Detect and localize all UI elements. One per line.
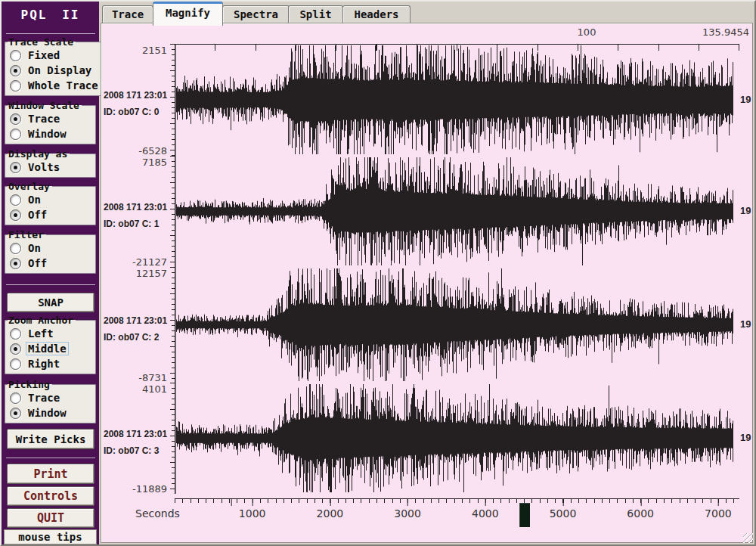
mouse-tips[interactable]: mouse tips [4, 529, 97, 544]
resize-grip[interactable] [743, 533, 753, 543]
radio-icon[interactable] [10, 113, 21, 125]
trace-right-label: 19 [740, 432, 752, 443]
group-label: Overlay [8, 181, 52, 192]
top-axis-end-label: 135.9454 [702, 26, 749, 38]
waveform-canvas-trace-0[interactable] [169, 44, 739, 156]
radio-picking-trace[interactable]: Trace [7, 390, 94, 405]
trace-right-label: 19 [740, 205, 752, 216]
radio-fixed[interactable]: Fixed [7, 48, 100, 63]
radio-on-display[interactable]: On Display [7, 63, 100, 78]
trace-scale-max: 4101 [101, 383, 167, 395]
trace-scale-max: 7185 [101, 157, 167, 168]
separator [6, 33, 95, 34]
bottom-axis-tick-label: 3000 [394, 507, 421, 520]
radio-overlay-on[interactable]: On [7, 192, 94, 207]
radio-anchor-left[interactable]: Left [7, 326, 94, 341]
quit-button[interactable]: QUIT [7, 508, 94, 528]
group-label: Picking [8, 379, 52, 390]
tab-split[interactable]: Split [288, 5, 343, 23]
group-label: Display as [8, 148, 70, 160]
radio-icon[interactable] [10, 243, 21, 254]
separator [6, 458, 95, 458]
position-marker[interactable] [519, 503, 530, 527]
trace-channel-id: ID: ob07 C: 2 [104, 329, 172, 346]
trace-scale-max: 2151 [101, 45, 167, 56]
tab-magnify[interactable]: Magnify [153, 2, 223, 26]
trace-label: 2008 171 23:01 ID: ob07 C: 0 [104, 87, 172, 120]
radio-filter-off[interactable]: Off [7, 256, 94, 271]
waveform-canvas-trace-1[interactable] [169, 156, 739, 267]
trace-timestamp: 2008 171 23:01 [104, 199, 172, 216]
group-label: Filter [8, 229, 46, 240]
app-title: PQL II [2, 8, 99, 22]
group-display-as: Display as Volts [5, 148, 96, 178]
trace-scale-min: -8731 [101, 372, 167, 383]
trace-channel-id: ID: ob07 C: 1 [104, 216, 172, 232]
radio-icon[interactable] [10, 392, 21, 404]
radio-icon[interactable] [10, 358, 21, 370]
radio-volts[interactable]: Volts [7, 160, 94, 175]
trace-timestamp: 2008 171 23:01 [104, 312, 172, 329]
radio-overlay-off[interactable]: Off [7, 207, 94, 222]
trace-scale-min: -6528 [101, 145, 167, 157]
app-window: PQL II Trace Scale Fixed On Display Whol… [0, 0, 756, 546]
write-picks-button[interactable]: Write Picks [7, 429, 94, 449]
sidebar: PQL II Trace Scale Fixed On Display Whol… [2, 2, 99, 544]
group-label: Trace Scale [8, 36, 76, 48]
trace-label: 2008 171 23:01 ID: ob07 C: 2 [104, 312, 172, 346]
print-button[interactable]: Print [7, 464, 94, 484]
trace-right-label: 19 [740, 318, 752, 330]
radio-filter-on[interactable]: On [7, 240, 94, 256]
trace-timestamp: 2008 171 23:01 [104, 87, 172, 104]
tab-headers[interactable]: Headers [342, 5, 411, 23]
trace-right-label: 19 [740, 94, 752, 105]
bottom-ruler-major-ticks [175, 499, 739, 506]
radio-anchor-right[interactable]: Right [7, 356, 94, 371]
waveform-canvas-trace-2[interactable] [169, 267, 739, 383]
group-trace-scale: Trace Scale Fixed On Display Whole Trace [5, 36, 102, 96]
radio-icon[interactable] [10, 258, 21, 269]
radio-icon[interactable] [10, 194, 21, 206]
waveform-canvas-trace-3[interactable] [169, 383, 739, 494]
trace-channel-id: ID: ob07 C: 0 [104, 104, 172, 120]
group-picking: Picking Trace Window [5, 379, 96, 423]
controls-button[interactable]: Controls [7, 486, 94, 506]
group-label: Window Scale [8, 100, 82, 111]
bottom-axis-tick-label: 5000 [550, 507, 577, 520]
radio-icon[interactable] [10, 129, 21, 140]
bottom-axis-tick-label: 4000 [472, 507, 499, 520]
radio-ws-window[interactable]: Window [7, 126, 94, 141]
radio-ws-trace[interactable]: Trace [7, 111, 94, 126]
display-panel: 100 135.9454 2151 -6528 2008 171 23:01 I… [101, 23, 753, 543]
trace-label: 2008 171 23:01 ID: ob07 C: 3 [104, 426, 172, 459]
radio-icon[interactable] [10, 343, 21, 355]
top-axis-tick-label: 100 [578, 26, 596, 38]
bottom-axis-tick-label: 6000 [627, 507, 654, 520]
trace-scale-min: -21127 [101, 256, 167, 268]
radio-whole-trace[interactable]: Whole Trace [7, 78, 100, 93]
trace-timestamp: 2008 171 23:01 [104, 426, 172, 442]
snap-button[interactable]: SNAP [7, 293, 94, 312]
bottom-ruler [175, 498, 739, 506]
group-zoom-anchor: Zoom Anchor Left Middle Right [5, 315, 96, 374]
trace-label: 2008 171 23:01 ID: ob07 C: 1 [104, 199, 172, 232]
radio-anchor-middle[interactable]: Middle [7, 341, 94, 356]
tab-bar: Trace Magnify Spectra Split Headers [99, 2, 754, 23]
radio-icon[interactable] [10, 50, 21, 61]
bottom-axis-tick-label: 7000 [705, 507, 732, 520]
radio-icon[interactable] [10, 328, 21, 340]
radio-icon[interactable] [10, 65, 21, 76]
radio-icon[interactable] [10, 209, 21, 221]
radio-picking-window[interactable]: Window [7, 405, 94, 420]
trace-scale-min: -11889 [101, 483, 167, 495]
group-filter: Filter On Off [5, 229, 96, 274]
radio-icon[interactable] [10, 408, 21, 419]
tab-spectra[interactable]: Spectra [222, 5, 290, 23]
radio-icon[interactable] [10, 80, 21, 92]
trace-channel-id: ID: ob07 C: 3 [104, 442, 172, 459]
bottom-axis-tick-label: 1000 [239, 507, 266, 520]
tab-trace[interactable]: Trace [102, 5, 153, 23]
group-overlay: Overlay On Off [5, 181, 96, 225]
radio-icon[interactable] [10, 162, 21, 173]
group-label: Zoom Anchor [8, 315, 76, 326]
